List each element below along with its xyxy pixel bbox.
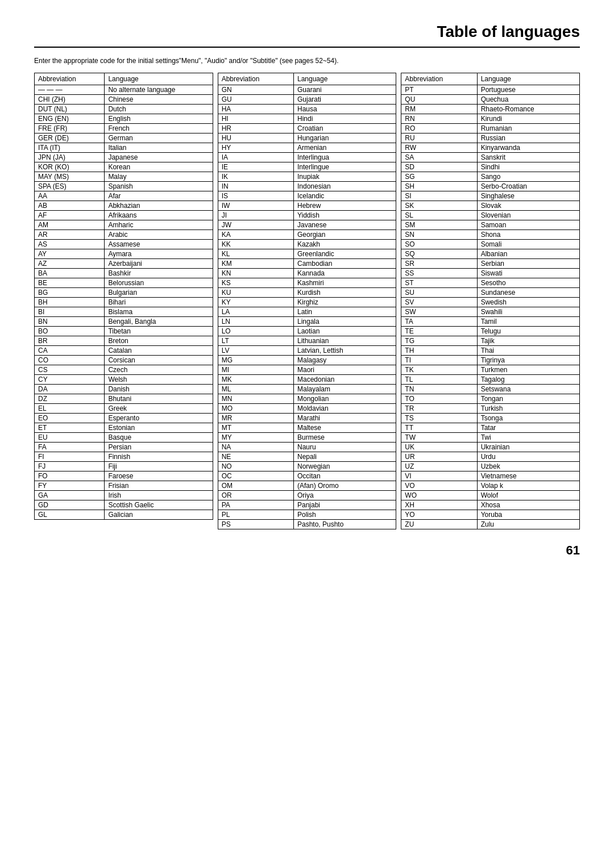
lang-cell: Danish — [105, 385, 213, 394]
lang-cell: Hindi — [293, 114, 396, 124]
abbr-cell: KOR (KO) — [35, 162, 105, 172]
abbr-cell: PT — [401, 85, 477, 95]
table-row: SUSundanese — [401, 288, 580, 298]
table-row: FRE (FR)French — [35, 124, 213, 133]
lang-cell: Wolof — [477, 491, 579, 500]
table-row: AAAfar — [35, 191, 213, 201]
abbr-cell: SN — [401, 230, 477, 240]
abbr-cell: AA — [35, 191, 105, 201]
abbr-cell: OR — [218, 491, 293, 500]
abbr-cell: AR — [35, 230, 105, 240]
abbr-cell: CHI (ZH) — [35, 95, 105, 105]
abbr-cell: KM — [218, 259, 293, 269]
table-row: SGSango — [401, 172, 580, 182]
abbr-cell: QU — [401, 95, 477, 105]
table-row: CYWelsh — [35, 375, 213, 385]
lang-cell: Zulu — [477, 520, 579, 529]
abbr-cell: TR — [401, 404, 477, 414]
abbr-cell: TW — [401, 433, 477, 443]
table-row: ISIcelandic — [218, 191, 396, 201]
lang-cell: Yoruba — [477, 510, 579, 520]
abbr-cell: LN — [218, 317, 293, 327]
table-row: QUQuechua — [401, 95, 580, 105]
lang-cell: Xhosa — [477, 500, 579, 510]
table-row: ETEstonian — [35, 423, 213, 433]
table-row: CACatalan — [35, 346, 213, 356]
lang-cell: Faroese — [105, 471, 213, 481]
abbr-cell: CS — [35, 365, 105, 375]
abbr-cell: IA — [218, 153, 293, 162]
table-row: ZUZulu — [401, 520, 580, 529]
table-row: TETelugu — [401, 327, 580, 336]
lang-cell: Laotian — [293, 327, 396, 336]
table-row: TNSetswana — [401, 385, 580, 394]
table-row: TSTsonga — [401, 414, 580, 423]
abbr-cell: HR — [218, 124, 293, 133]
table-row: TITigrinya — [401, 356, 580, 365]
abbr-cell: UR — [401, 452, 477, 462]
lang-cell: Azerbaijani — [105, 259, 213, 269]
abbr-cell: UZ — [401, 462, 477, 471]
abbr-cell: TN — [401, 385, 477, 394]
table-row: KOR (KO)Korean — [35, 162, 213, 172]
table-row: BIBislama — [35, 307, 213, 317]
lang-cell: Greek — [105, 404, 213, 414]
table-row: ITA (IT)Italian — [35, 143, 213, 153]
table-row: HUHungarian — [218, 133, 396, 143]
lang-cell: Nepali — [293, 452, 396, 462]
lang-cell: Quechua — [477, 95, 579, 105]
lang-cell: Kurdish — [293, 288, 396, 298]
lang-cell: Bhutani — [105, 394, 213, 404]
table-row: HIHindi — [218, 114, 396, 124]
table-row: PLPolish — [218, 510, 396, 520]
table-row: TATamil — [401, 317, 580, 327]
table-row: KKKazakh — [218, 240, 396, 249]
abbr-cell: CY — [35, 375, 105, 385]
table-row: DZBhutani — [35, 394, 213, 404]
abbr-cell: TG — [401, 336, 477, 346]
table-row: IAInterlingua — [218, 153, 396, 162]
table-row: PAPanjabi — [218, 500, 396, 510]
lang-cell: Volap k — [477, 481, 579, 491]
table-row: UKUkrainian — [401, 443, 580, 452]
table-row: RURussian — [401, 133, 580, 143]
abbr-cell: SR — [401, 259, 477, 269]
abbr-cell: DZ — [35, 394, 105, 404]
table-row: YOYoruba — [401, 510, 580, 520]
table-row: DUT (NL)Dutch — [35, 105, 213, 114]
table-row: LALatin — [218, 307, 396, 317]
lang-cell: Cambodian — [293, 259, 396, 269]
lang-cell: Gujarati — [293, 95, 396, 105]
table-row: KYKirghiz — [218, 298, 396, 307]
table-row: JPN (JA)Japanese — [35, 153, 213, 162]
table-row: KAGeorgian — [218, 230, 396, 240]
lang-cell: Scottish Gaelic — [105, 500, 213, 510]
lang-cell: Belorussian — [105, 278, 213, 288]
abbr-cell: SI — [401, 191, 477, 201]
lang-cell: Slovak — [477, 201, 579, 211]
lang-cell: Galician — [105, 510, 213, 520]
abbr-cell: AY — [35, 249, 105, 259]
lang-cell: Telugu — [477, 327, 579, 336]
table-row: KSKashmiri — [218, 278, 396, 288]
table-row: COCorsican — [35, 356, 213, 365]
abbr-cell: AF — [35, 211, 105, 220]
table-row: STSesotho — [401, 278, 580, 288]
lang-cell: Bislama — [105, 307, 213, 317]
page-title: Table of languages — [34, 23, 580, 48]
lang-cell: Burmese — [293, 433, 396, 443]
table-row: RMRhaeto-Romance — [401, 105, 580, 114]
table-row: SVSwedish — [401, 298, 580, 307]
lang-cell: Inupiak — [293, 172, 396, 182]
lang-cell: Hausa — [293, 105, 396, 114]
abbr-cell: RN — [401, 114, 477, 124]
abbr-cell: TH — [401, 346, 477, 356]
abbr-cell: AZ — [35, 259, 105, 269]
lang-cell: Pashto, Pushto — [293, 520, 396, 529]
abbr-cell: AS — [35, 240, 105, 249]
lang-cell: Sango — [477, 172, 579, 182]
lang-cell: Lingala — [293, 317, 396, 327]
abbr-cell: BE — [35, 278, 105, 288]
lang-cell: Irish — [105, 491, 213, 500]
lang-cell: Maltese — [293, 423, 396, 433]
